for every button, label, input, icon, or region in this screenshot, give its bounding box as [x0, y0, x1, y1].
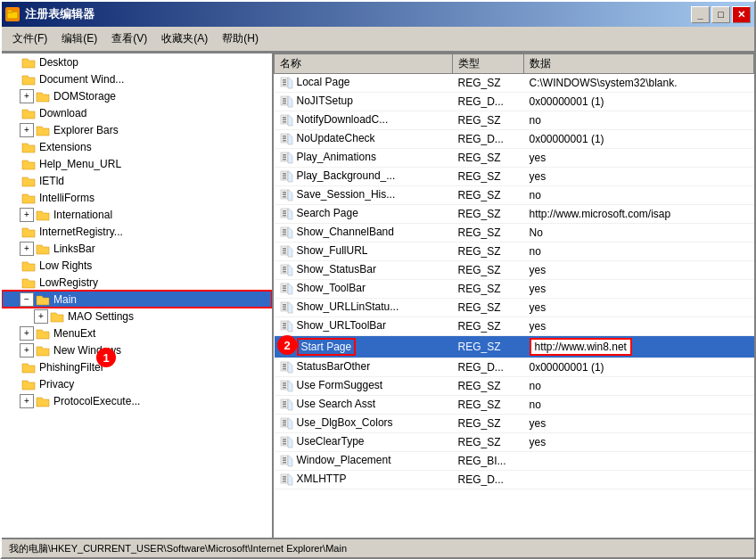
tree-item-newwindows[interactable]: + New Windows — [2, 341, 272, 358]
table-row[interactable]: StatusBarOtherREG_D...0x00000001 (1) — [275, 358, 754, 377]
tree-item-main[interactable]: − Main — [2, 291, 272, 308]
tree-item-extensions[interactable]: Extensions — [2, 138, 272, 155]
expander-maosettings[interactable]: + — [34, 309, 48, 324]
table-row[interactable]: NotifyDownloadC...REG_SZno — [275, 111, 754, 130]
tree-item-international[interactable]: + International — [2, 206, 272, 223]
svg-rect-25 — [283, 177, 286, 179]
expander-protocolexecute[interactable]: + — [20, 394, 34, 408]
tree-label: Help_Menu_URL — [37, 158, 121, 170]
cell-name: Local Page — [275, 74, 453, 93]
tree-item-desktop[interactable]: Desktop — [2, 53, 272, 70]
tree-item-protocolexecute[interactable]: + ProtocolExecute... — [2, 392, 272, 409]
tree-item-maosettings[interactable]: + MAO Settings — [2, 308, 272, 325]
start-page-value: http://www.win8.net — [530, 338, 632, 356]
table-row[interactable]: NoJITSetupREG_D...0x00000001 (1) — [275, 93, 754, 111]
table-row[interactable]: Save_Session_His...REG_SZno — [275, 186, 754, 205]
tree-item-lowregistry[interactable]: LowRegistry — [2, 274, 272, 291]
svg-rect-71 — [283, 401, 286, 403]
expander-international[interactable]: + — [20, 208, 34, 222]
table-row[interactable]: NoUpdateCheckREG_D...0x00000001 (1) — [275, 130, 754, 149]
table-row[interactable]: Show_URLToolBarREG_SZyes — [275, 317, 754, 336]
tree-item-lowrights[interactable]: Low Rights — [2, 257, 272, 274]
close-button[interactable]: ✕ — [732, 6, 751, 23]
svg-rect-53 — [283, 308, 286, 310]
menu-view[interactable]: 查看(V) — [104, 29, 154, 49]
expander-main[interactable]: − — [20, 292, 34, 307]
cell-type: REG_SZ — [453, 111, 524, 130]
tree-item-domstorage[interactable]: + DOMStorage — [2, 87, 272, 104]
menu-edit[interactable]: 编辑(E) — [54, 29, 104, 49]
table-row[interactable]: Start PageREG_SZhttp://www.win8.net — [275, 336, 754, 358]
tree-item-privacy[interactable]: Privacy — [2, 375, 272, 392]
table-row[interactable]: Show_ChannelBandREG_SZNo — [275, 224, 754, 243]
table-row[interactable]: UseClearTypeREG_SZyes — [275, 433, 754, 452]
menu-help[interactable]: 帮助(H) — [215, 29, 266, 49]
tree-item-phishingfilter[interactable]: PhishingFilter — [2, 358, 272, 375]
table-row[interactable]: Show_FullURLREG_SZno — [275, 243, 754, 261]
menu-file[interactable]: 文件(F) — [5, 29, 54, 49]
expander-domstorage[interactable]: + — [20, 89, 34, 103]
svg-rect-76 — [283, 423, 286, 424]
folder-icon — [36, 89, 50, 103]
table-row[interactable]: Window_PlacementREG_BI... — [275, 452, 754, 471]
cell-name: UseClearType — [275, 433, 453, 452]
tree-label: LowRegistry — [37, 276, 98, 289]
expander-menuext[interactable]: + — [20, 326, 34, 341]
svg-rect-77 — [283, 424, 286, 426]
maximize-button[interactable]: □ — [711, 6, 730, 23]
tree-item-intelliforms[interactable]: IntelliForms — [2, 189, 272, 206]
cell-type: REG_D... — [453, 471, 524, 489]
folder-icon — [21, 140, 36, 154]
svg-rect-49 — [283, 290, 286, 292]
table-row[interactable]: Use_DlgBox_ColorsREG_SZyes — [275, 415, 754, 433]
table-row[interactable]: Show_StatusBarREG_SZyes — [275, 261, 754, 280]
svg-rect-9 — [283, 103, 286, 104]
tree-item-download[interactable]: Download — [2, 104, 272, 121]
tree-item-linksbar[interactable]: + LinksBar — [2, 240, 272, 257]
expander-linksbar[interactable]: + — [20, 242, 34, 256]
tree-label: LinksBar — [52, 243, 95, 255]
table-row[interactable]: Use FormSuggestREG_SZno — [275, 377, 754, 396]
registry-tree[interactable]: Desktop Document Wind... + DOMStorage — [2, 53, 274, 538]
table-row[interactable]: Show_ToolBarREG_SZyes — [275, 280, 754, 299]
table-row[interactable]: Search PageREG_SZhttp://www.microsoft.co… — [275, 205, 754, 224]
folder-icon — [36, 326, 50, 341]
cell-name: Show_StatusBar — [275, 261, 453, 280]
svg-rect-21 — [283, 159, 286, 160]
cell-type: REG_SZ — [453, 433, 524, 452]
menu-favorites[interactable]: 收藏夹(A) — [154, 29, 215, 49]
registry-values[interactable]: 名称 类型 数据 Local PageREG_SZC:\WINDOWS\syst… — [274, 53, 754, 538]
expander-explorerbars[interactable]: + — [20, 123, 34, 137]
cell-data: yes — [524, 261, 754, 280]
cell-type: REG_D... — [453, 130, 524, 149]
table-row[interactable]: Use Search AsstREG_SZno — [275, 396, 754, 415]
tree-item-helpmenuurl[interactable]: Help_Menu_URL — [2, 155, 272, 172]
table-row[interactable]: Play_AnimationsREG_SZyes — [275, 149, 754, 168]
svg-rect-84 — [283, 460, 286, 462]
tree-item-docwindow[interactable]: Document Wind... — [2, 70, 272, 87]
table-row[interactable]: Show_URLLinStatu...REG_SZyes — [275, 299, 754, 317]
cell-data: No — [524, 224, 754, 243]
minimize-button[interactable]: _ — [691, 6, 710, 23]
svg-rect-85 — [283, 462, 286, 464]
expander-newwindows[interactable]: + — [20, 343, 34, 358]
table-row[interactable]: Play_Background_...REG_SZyes — [275, 168, 754, 186]
cell-type: REG_SZ — [453, 74, 524, 93]
main-window: 注册表编辑器 _ □ ✕ 文件(F) 编辑(E) 查看(V) 收藏夹(A) 帮助… — [0, 0, 756, 559]
tree-item-ietld[interactable]: IETld — [2, 172, 272, 189]
cell-name: Show_ChannelBand — [275, 224, 453, 243]
tree-label: DOMStorage — [52, 90, 116, 103]
cell-name: Start Page — [275, 336, 453, 358]
svg-rect-67 — [283, 382, 286, 384]
tree-item-explorerbars[interactable]: + Explorer Bars — [2, 121, 272, 138]
table-row[interactable]: Local PageREG_SZC:\WINDOWS\system32\blan… — [275, 74, 754, 93]
tree-item-internetregistry[interactable]: InternetRegistry... — [2, 223, 272, 240]
cell-type: REG_SZ — [453, 280, 524, 299]
cell-type: REG_D... — [453, 93, 524, 111]
tree-item-menuext[interactable]: + MenuExt — [2, 325, 272, 341]
cell-name: NotifyDownloadC... — [275, 111, 453, 130]
cell-data: 0x00000001 (1) — [524, 358, 754, 377]
svg-rect-69 — [283, 387, 286, 389]
table-row[interactable]: XMLHTTPREG_D... — [275, 471, 754, 489]
svg-rect-55 — [283, 323, 286, 325]
